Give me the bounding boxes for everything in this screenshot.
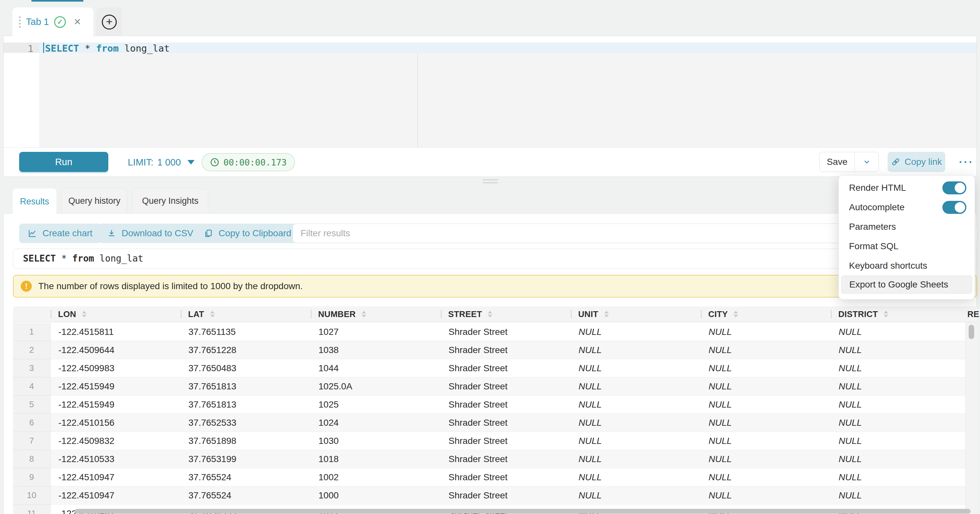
cell-number[interactable]: 1024 xyxy=(311,414,441,432)
cell-street[interactable]: Shrader Street xyxy=(441,341,571,359)
cell-lon[interactable]: -122.4510156 xyxy=(51,414,181,432)
cell-number[interactable]: 1000 xyxy=(311,487,441,504)
menu-item-render-html[interactable]: Render HTML xyxy=(838,178,975,198)
cell-lat[interactable]: 37.7651135 xyxy=(181,323,311,341)
cell-re[interactable] xyxy=(961,468,966,487)
cell-district[interactable]: NULL xyxy=(831,396,961,414)
toggle-switch-on[interactable] xyxy=(942,201,966,214)
horizontal-scrollbar-thumb[interactable] xyxy=(75,509,970,514)
column-header-city[interactable]: CITY xyxy=(701,306,831,322)
cell-re[interactable] xyxy=(961,432,966,450)
cell-number[interactable]: 1038 xyxy=(311,341,441,359)
column-header-street[interactable]: STREET xyxy=(441,306,571,322)
cell-district[interactable]: NULL xyxy=(831,432,961,450)
cell-unit[interactable]: NULL xyxy=(571,396,701,414)
query-tab[interactable]: Tab 1 ✓ ✕ xyxy=(12,8,93,36)
cell-number[interactable]: 1025.0A xyxy=(311,377,441,396)
cell-city[interactable]: NULL xyxy=(701,468,831,487)
cell-city[interactable]: NULL xyxy=(701,359,831,377)
sort-icon[interactable] xyxy=(210,311,215,318)
cell-street[interactable]: Shrader Street xyxy=(441,450,571,468)
close-icon[interactable]: ✕ xyxy=(73,16,81,27)
create-chart-button[interactable]: Create chart xyxy=(19,223,101,243)
cell-street[interactable]: Shrader Street xyxy=(441,468,571,487)
cell-lon[interactable]: -122.4515811 xyxy=(51,323,181,341)
save-button[interactable]: Save xyxy=(820,152,854,172)
row-number[interactable]: 6 xyxy=(13,414,51,432)
cell-number[interactable]: 1044 xyxy=(311,359,441,377)
cell-lon[interactable]: -122.4509644 xyxy=(51,341,181,359)
cell-re[interactable] xyxy=(961,377,966,396)
cell-re[interactable] xyxy=(961,487,966,504)
tab-query-history[interactable]: Query history xyxy=(62,188,127,213)
cell-lon[interactable]: -122.4509832 xyxy=(51,432,181,450)
add-tab-button[interactable]: + xyxy=(96,8,122,36)
table-row[interactable]: 6-122.451015637.76525331024Shrader Stree… xyxy=(13,414,966,432)
cell-re[interactable] xyxy=(961,414,966,432)
row-number[interactable]: 8 xyxy=(13,450,51,468)
cell-lat[interactable]: 37.7651813 xyxy=(181,377,311,396)
cell-re[interactable] xyxy=(961,359,966,377)
table-row[interactable]: 2-122.450964437.76512281038Shrader Stree… xyxy=(13,341,966,359)
row-number[interactable]: 7 xyxy=(13,432,51,450)
row-number[interactable]: 1 xyxy=(13,323,51,341)
cell-district[interactable]: NULL xyxy=(831,377,961,396)
cell-re[interactable] xyxy=(961,323,966,341)
cell-city[interactable]: NULL xyxy=(701,487,831,504)
cell-street[interactable]: Shrader Street xyxy=(441,323,571,341)
menu-item-autocomplete[interactable]: Autocomplete xyxy=(838,198,975,217)
table-row[interactable]: 5-122.451594937.76518131025Shrader Stree… xyxy=(13,396,966,414)
cell-district[interactable]: NULL xyxy=(831,323,961,341)
panel-resize-handle[interactable] xyxy=(482,179,498,184)
vertical-scrollbar[interactable] xyxy=(966,322,977,514)
cell-number[interactable]: 1018 xyxy=(311,450,441,468)
menu-item-parameters[interactable]: Parameters xyxy=(838,217,975,236)
cell-re[interactable] xyxy=(961,450,966,468)
table-row[interactable]: 8-122.451053337.76531991018Shrader Stree… xyxy=(13,450,966,468)
limit-dropdown[interactable]: LIMIT: 1 000 xyxy=(128,148,194,177)
cell-district[interactable]: NULL xyxy=(831,450,961,468)
table-row[interactable]: 9-122.451094737.7655241002Shrader Street… xyxy=(13,468,966,487)
cell-number[interactable]: 1025 xyxy=(311,396,441,414)
cell-lat[interactable]: 37.7651898 xyxy=(181,432,311,450)
sql-code-line[interactable]: SELECT * from long_lat xyxy=(45,43,170,54)
cell-unit[interactable]: NULL xyxy=(571,377,701,396)
cell-unit[interactable]: NULL xyxy=(571,468,701,487)
toggle-switch-on[interactable] xyxy=(942,181,966,195)
column-header-district[interactable]: DISTRICT xyxy=(831,306,961,322)
editor-background[interactable] xyxy=(39,53,977,148)
cell-unit[interactable]: NULL xyxy=(571,359,701,377)
sort-icon[interactable] xyxy=(733,311,738,318)
menu-item-format-sql[interactable]: Format SQL xyxy=(838,236,975,256)
cell-lat[interactable]: 37.765524 xyxy=(181,468,311,487)
cell-number[interactable]: 1027 xyxy=(311,323,441,341)
cell-street[interactable]: Shrader Street xyxy=(441,432,571,450)
column-header-number[interactable]: NUMBER xyxy=(311,306,441,322)
cell-street[interactable]: Shrader Street xyxy=(441,487,571,504)
more-options-button[interactable]: ··· xyxy=(956,152,977,172)
cell-lat[interactable]: 37.7651228 xyxy=(181,341,311,359)
run-button[interactable]: Run xyxy=(19,152,108,172)
cell-re[interactable] xyxy=(961,396,966,414)
copy-to-clipboard-button[interactable]: Copy to Clipboard xyxy=(195,223,300,243)
cell-city[interactable]: NULL xyxy=(701,341,831,359)
download-csv-button[interactable]: Download to CSV xyxy=(98,223,202,243)
cell-lon[interactable]: -122.4510947 xyxy=(51,468,181,487)
row-number[interactable]: 5 xyxy=(13,396,51,414)
cell-street[interactable]: Shrader Street xyxy=(441,377,571,396)
cell-street[interactable]: Shrader Street xyxy=(441,359,571,377)
cell-unit[interactable]: NULL xyxy=(571,414,701,432)
table-row[interactable]: 4-122.451594937.76518131025.0AShrader St… xyxy=(13,377,966,396)
cell-unit[interactable]: NULL xyxy=(571,341,701,359)
cell-district[interactable]: NULL xyxy=(831,468,961,487)
cell-district[interactable]: NULL xyxy=(831,414,961,432)
cell-lon[interactable]: -122.4510947 xyxy=(51,487,181,504)
column-header-re[interactable]: RE xyxy=(961,306,980,322)
cell-street[interactable]: Shrader Street xyxy=(441,414,571,432)
cell-city[interactable]: NULL xyxy=(701,396,831,414)
cell-district[interactable]: NULL xyxy=(831,359,961,377)
save-options-button[interactable] xyxy=(854,152,878,172)
cell-city[interactable]: NULL xyxy=(701,414,831,432)
sort-icon[interactable] xyxy=(488,311,492,318)
cell-unit[interactable]: NULL xyxy=(571,432,701,450)
